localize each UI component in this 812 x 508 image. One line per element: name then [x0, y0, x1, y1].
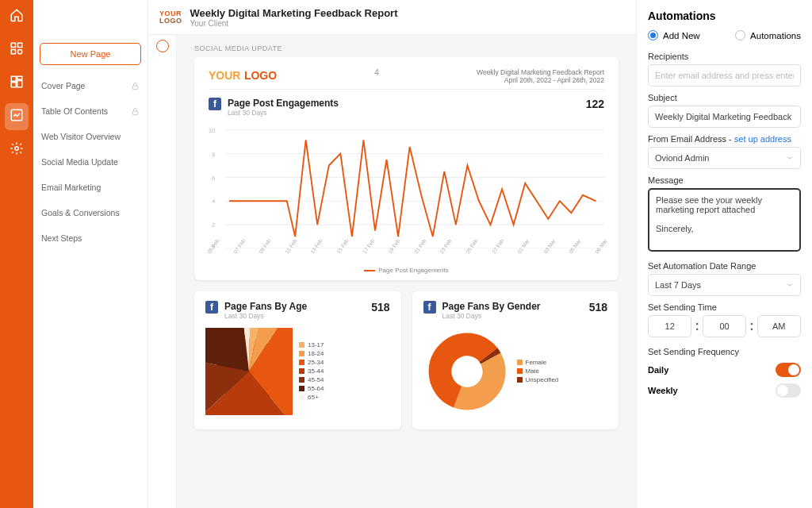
widget-title: Page Post Engagements	[228, 98, 339, 109]
main: YOURLOGO Weekly Digital Marketing Feedba…	[148, 0, 636, 508]
freq-daily-label: Daily	[648, 365, 668, 375]
pie-legend: 13-1718-2425-3435-4445-5455-6465+	[299, 341, 324, 402]
widget-subtitle: Last 30 Days	[224, 312, 307, 320]
radio-add-new[interactable]: Add New	[648, 30, 700, 40]
setup-address-link[interactable]: set up address	[734, 134, 791, 144]
subject-input[interactable]	[648, 106, 801, 128]
widget-subtitle: Last 30 Days	[228, 109, 339, 117]
toggle-weekly[interactable]	[776, 383, 801, 398]
widget-title: Page Fans By Gender	[442, 301, 541, 312]
svg-point-3	[18, 50, 22, 54]
svg-rect-1	[18, 43, 22, 47]
widget-value: 518	[589, 301, 607, 314]
report-canvas[interactable]: SOCIAL MEDIA UPDATE YOUR LOGO 4 Weekly D…	[177, 35, 636, 508]
engagement-widget: f Page Post Engagements Last 30 Days 122	[209, 98, 604, 274]
svg-rect-0	[11, 43, 15, 47]
pie-chart	[205, 328, 293, 415]
svg-rect-6	[17, 81, 22, 87]
chevron-down-icon	[786, 154, 794, 162]
svg-text:4: 4	[212, 198, 215, 205]
time-hour[interactable]	[648, 315, 691, 337]
svg-text:2: 2	[212, 221, 215, 229]
facebook-icon: f	[205, 301, 218, 314]
chevron-down-icon	[786, 281, 794, 289]
svg-rect-7	[11, 83, 16, 87]
svg-point-31	[216, 338, 282, 404]
nav-web-visitor[interactable]: Web Visitor Overview	[33, 124, 147, 149]
freq-weekly-label: Weekly	[648, 386, 678, 395]
recipients-input[interactable]	[648, 64, 801, 87]
from-label: From Email Address - set up address	[648, 134, 801, 144]
nav-cover-page[interactable]: Cover Page	[33, 73, 147, 98]
toggle-daily[interactable]	[776, 363, 801, 377]
facebook-icon: f	[209, 98, 221, 110]
report-page: YOUR LOGO 4 Weekly Digital Marketing Fee…	[194, 57, 619, 280]
home-icon[interactable]	[10, 8, 24, 25]
automations-panel: Automations Add New Automations Recipien…	[636, 0, 812, 508]
nav-goals[interactable]: Goals & Conversions	[33, 200, 147, 225]
range-select[interactable]: Last 7 Days	[648, 274, 801, 296]
grid-icon[interactable]	[10, 41, 24, 59]
new-page-button[interactable]: New Page	[40, 43, 141, 65]
svg-rect-5	[17, 76, 22, 79]
svg-rect-11	[132, 111, 137, 115]
x-axis-labels: 05 Feb07 Feb09 Feb11 Feb13 Feb15 Feb17 F…	[209, 250, 604, 256]
page-logo: YOUR LOGO	[209, 68, 277, 83]
page-sidebar: New Page Cover Page Table Of Contents We…	[33, 0, 148, 508]
svg-text:8: 8	[212, 151, 215, 158]
nav-next-steps[interactable]: Next Steps	[33, 225, 147, 251]
client-name: Your Client	[190, 19, 398, 28]
subject-label: Subject	[648, 93, 801, 102]
time-minute[interactable]	[703, 315, 746, 337]
time-ampm[interactable]	[757, 315, 801, 337]
widget-value: 518	[371, 301, 389, 314]
panel-title: Automations	[648, 10, 801, 22]
nav-email-marketing[interactable]: Email Marketing	[33, 175, 147, 200]
report-title: Weekly Digital Marketing Feedback Report	[190, 7, 398, 19]
chart-legend: Page Post Engagements	[209, 267, 604, 274]
section-strip	[148, 35, 177, 508]
from-select[interactable]: Oviond Admin	[648, 147, 801, 169]
pie-legend: FemaleMaleUnspecified	[517, 359, 559, 385]
facebook-icon: f	[423, 301, 436, 314]
widget-subtitle: Last 30 Days	[442, 312, 541, 320]
gear-icon[interactable]	[10, 141, 24, 159]
svg-text:10: 10	[209, 127, 215, 134]
svg-point-9	[15, 147, 19, 151]
nav-toc[interactable]: Table Of Contents	[33, 98, 147, 124]
client-logo: YOURLOGO	[159, 10, 182, 25]
widget-title: Page Fans By Age	[224, 301, 307, 312]
svg-rect-10	[132, 86, 137, 90]
page-number: 4	[374, 68, 379, 77]
chart-icon[interactable]	[5, 103, 29, 130]
range-label: Set Automation Date Range	[648, 261, 801, 271]
recipients-label: Recipients	[648, 52, 801, 61]
svg-text:6: 6	[212, 175, 215, 182]
freq-label: Set Sending Frequency	[648, 347, 801, 356]
page-meta: Weekly Digital Marketing Feedback Report…	[477, 68, 604, 84]
widget-value: 122	[586, 98, 604, 110]
message-label: Message	[648, 175, 801, 185]
svg-rect-2	[11, 50, 15, 54]
svg-point-34	[439, 344, 493, 398]
nav-social-media[interactable]: Social Media Update	[33, 149, 147, 175]
age-widget: f Page Fans By AgeLast 30 Days 518	[194, 291, 401, 429]
svg-rect-4	[11, 76, 16, 81]
lock-icon	[131, 107, 140, 116]
notification-icon[interactable]	[156, 40, 169, 52]
icon-rail	[0, 0, 33, 508]
donut-chart	[423, 328, 511, 415]
dashboard-icon[interactable]	[10, 75, 24, 92]
line-chart: 1086420	[209, 121, 604, 248]
section-label: SOCIAL MEDIA UPDATE	[194, 44, 619, 52]
radio-automations[interactable]: Automations	[735, 30, 801, 40]
lock-icon	[131, 82, 140, 90]
topbar: YOURLOGO Weekly Digital Marketing Feedba…	[148, 0, 636, 35]
time-label: Set Sending Time	[648, 302, 801, 312]
gender-widget: f Page Fans By GenderLast 30 Days 518 Fe…	[412, 291, 619, 429]
message-input[interactable]	[648, 188, 801, 252]
